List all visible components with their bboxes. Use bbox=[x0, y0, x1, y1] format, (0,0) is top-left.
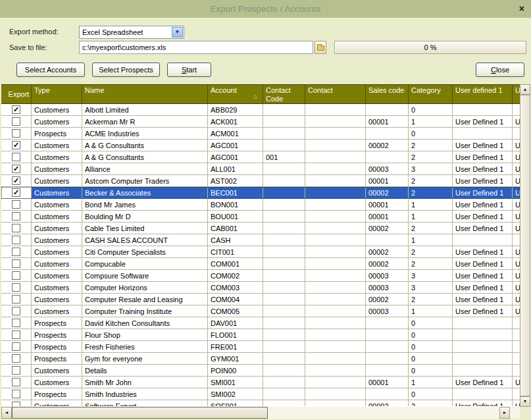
export-checkbox[interactable] bbox=[12, 271, 20, 280]
account-cell: SOF001 bbox=[208, 400, 263, 406]
contact-cell bbox=[305, 329, 366, 341]
select-accounts-button[interactable]: Select Accounts bbox=[16, 63, 85, 77]
save-to-file-input[interactable]: c:\myexport\customers.xls bbox=[79, 41, 313, 54]
export-checkbox[interactable] bbox=[12, 319, 20, 327]
export-checkbox[interactable] bbox=[12, 366, 20, 375]
vertical-scrollbar[interactable]: ▲ ▼ bbox=[520, 84, 530, 407]
column-header-contact-code[interactable]: Contact Code bbox=[263, 85, 305, 103]
table-row[interactable]: CustomersAstcom Computer TradersAST00200… bbox=[1, 175, 520, 187]
export-checkbox[interactable] bbox=[12, 342, 20, 351]
account-cell: ACM001 bbox=[208, 128, 263, 140]
table-row[interactable]: CustomersCASH SALES ACCOUNTCASH1 bbox=[1, 234, 520, 246]
column-header-type[interactable]: Type bbox=[32, 85, 82, 103]
export-checkbox-checked[interactable] bbox=[12, 105, 20, 114]
column-header-user-defined-1[interactable]: User defined 1 bbox=[453, 85, 513, 103]
scroll-left-icon[interactable]: ◄ bbox=[1, 407, 12, 419]
table-row[interactable]: CustomersA & G ConsultantsAGC0010012User… bbox=[1, 151, 520, 163]
column-header-name[interactable]: Name bbox=[82, 85, 208, 103]
name-cell: Albott Limited bbox=[82, 104, 208, 116]
category-cell: 1 bbox=[409, 305, 453, 317]
export-checkbox[interactable] bbox=[12, 224, 20, 232]
column-header-account[interactable]: Account △ bbox=[208, 85, 263, 103]
contact-cell bbox=[305, 211, 366, 223]
close-button[interactable]: Close bbox=[476, 63, 524, 77]
table-row[interactable]: CustomersCable Ties LimitedCAB001000022U… bbox=[1, 223, 520, 234]
table-row[interactable]: ProspectsFlour ShopFLO0010 bbox=[1, 329, 520, 341]
table-row[interactable]: CustomersAckerman Mr RACK001000011User D… bbox=[1, 116, 520, 128]
table-row[interactable]: CustomersSmith Mr JohnSMI001000011User D… bbox=[1, 377, 520, 388]
vertical-scrollbar-thumb[interactable] bbox=[520, 95, 530, 396]
name-cell: Compucable bbox=[82, 258, 208, 270]
table-row[interactable]: ProspectsFresh FisheriesFRE0010 bbox=[1, 341, 520, 353]
type-cell: Customers bbox=[32, 246, 82, 258]
table-row[interactable]: CustomersDetailsPOIN000 bbox=[1, 365, 520, 377]
export-checkbox[interactable] bbox=[12, 212, 20, 221]
export-checkbox[interactable] bbox=[12, 200, 20, 209]
horizontal-scrollbar[interactable]: ◄ ► bbox=[1, 407, 520, 419]
export-checkbox[interactable] bbox=[12, 378, 20, 386]
export-checkbox-checked[interactable] bbox=[12, 176, 20, 185]
table-row[interactable]: CustomersA & G ConsultantsAGC001000022Us… bbox=[1, 140, 520, 151]
column-header-export[interactable]: Export bbox=[1, 85, 32, 103]
table-row[interactable]: CustomersBond Mr JamesBON001000011User D… bbox=[1, 199, 520, 211]
type-cell: Prospects bbox=[32, 388, 82, 400]
contact-cell bbox=[305, 305, 366, 317]
export-checkbox[interactable] bbox=[12, 307, 20, 315]
start-button[interactable]: Start bbox=[167, 63, 211, 77]
export-checkbox[interactable] bbox=[12, 236, 20, 244]
column-header-contact[interactable]: Contact bbox=[305, 85, 366, 103]
table-row[interactable]: ProspectsDavid Kitchen ConsultantsDAV001… bbox=[1, 317, 520, 329]
export-checkbox[interactable] bbox=[12, 390, 20, 398]
export-checkbox[interactable] bbox=[12, 402, 20, 406]
close-icon[interactable]: × bbox=[519, 0, 524, 17]
export-checkbox-checked[interactable] bbox=[12, 141, 20, 149]
progress-bar: 0 % bbox=[334, 41, 526, 54]
table-row[interactable]: CustomersComputer HorizonsCOM003000033Us… bbox=[1, 282, 520, 294]
account-cell: COM004 bbox=[208, 294, 263, 305]
table-row[interactable]: CustomersComputer Training InstituteCOM0… bbox=[1, 305, 520, 317]
export-method-dropdown[interactable]: Excel Spreadsheet ▼ bbox=[79, 26, 184, 39]
contact-code-cell: 001 bbox=[263, 151, 305, 163]
table-row[interactable]: ProspectsACME IndustriesACM0010 bbox=[1, 128, 520, 140]
export-checkbox[interactable] bbox=[12, 283, 20, 292]
browse-folder-button[interactable] bbox=[315, 41, 326, 54]
chevron-down-icon[interactable]: ▼ bbox=[172, 27, 183, 38]
table-row[interactable]: CustomersSoftware ExpertSOF001000022User… bbox=[1, 400, 520, 406]
export-checkbox[interactable] bbox=[12, 129, 20, 138]
type-cell: Customers bbox=[32, 163, 82, 175]
table-row[interactable]: CustomersComputer Resale and LeasingCOM0… bbox=[1, 294, 520, 305]
horizontal-scrollbar-thumb[interactable] bbox=[12, 407, 268, 419]
export-cell bbox=[1, 270, 32, 282]
table-row[interactable]: CustomersAlbott LimitedABB0290 bbox=[1, 104, 520, 116]
table-row[interactable]: CustomersBecker & AssociatesBEC001000022… bbox=[1, 187, 520, 199]
scroll-down-icon[interactable]: ▼ bbox=[520, 396, 530, 407]
export-checkbox[interactable] bbox=[12, 153, 20, 161]
column-header-user-defined-2[interactable]: U bbox=[513, 85, 520, 103]
sales-code-cell: 00002 bbox=[366, 400, 409, 406]
type-cell: Customers bbox=[32, 294, 82, 305]
export-checkbox[interactable] bbox=[12, 248, 20, 256]
table-row[interactable]: ProspectsGym for everyoneGYM0010 bbox=[1, 353, 520, 365]
sales-code-cell: 00003 bbox=[366, 163, 409, 175]
table-row[interactable]: CustomersCompsure SoftwareCOM002000033Us… bbox=[1, 270, 520, 282]
column-header-category[interactable]: Category bbox=[409, 85, 453, 103]
export-checkbox-checked[interactable] bbox=[12, 188, 20, 197]
scroll-right-icon[interactable]: ► bbox=[499, 407, 510, 419]
table-row[interactable]: CustomersAllianceALL001000033User Define… bbox=[1, 163, 520, 175]
export-checkbox[interactable] bbox=[12, 295, 20, 303]
select-prospects-button[interactable]: Select Prospects bbox=[92, 63, 160, 77]
export-checkbox[interactable] bbox=[12, 330, 20, 339]
table-row[interactable]: ProspectsSmith IndustriesSMI0020 bbox=[1, 388, 520, 400]
scroll-up-icon[interactable]: ▲ bbox=[520, 84, 530, 95]
export-checkbox[interactable] bbox=[12, 354, 20, 363]
export-checkbox[interactable] bbox=[12, 117, 20, 126]
table-row[interactable]: CustomersCompucableCOM001000022User Defi… bbox=[1, 258, 520, 270]
column-header-sales-code[interactable]: Sales code bbox=[366, 85, 409, 103]
user-defined-1-cell: User Defined 1 bbox=[453, 163, 513, 175]
type-cell: Customers bbox=[32, 116, 82, 128]
export-checkbox[interactable] bbox=[12, 259, 20, 268]
contact-code-cell bbox=[263, 365, 305, 377]
table-row[interactable]: CustomersCiti Computer SpecialistsCIT001… bbox=[1, 246, 520, 258]
table-row[interactable]: CustomersBoulding Mr DBOU001000011User D… bbox=[1, 211, 520, 223]
export-checkbox-checked[interactable] bbox=[12, 165, 20, 173]
